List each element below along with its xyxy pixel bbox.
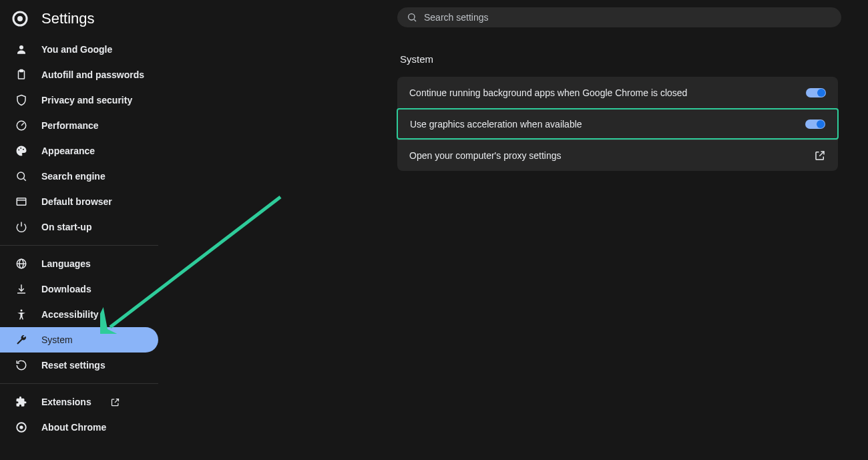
globe-icon [15,257,28,270]
sidebar-divider [0,245,158,246]
sidebar-item-about[interactable]: About Chrome [0,415,158,440]
chrome-logo-icon [12,11,28,27]
speedometer-icon [15,119,28,132]
svg-point-9 [20,148,21,149]
main-content: System Continue running background apps … [397,53,838,171]
sidebar-item-extensions[interactable]: Extensions [0,389,158,415]
sidebar-item-label: Privacy and security [41,95,132,105]
sidebar-item-label: System [41,334,73,345]
search-settings-field[interactable] [397,7,841,27]
sidebar-item-you-google[interactable]: You and Google [0,37,158,62]
sidebar-item-search-engine[interactable]: Search engine [0,164,158,189]
svg-point-11 [17,172,25,180]
sidebar-item-downloads[interactable]: Downloads [0,276,158,302]
row-label: Continue running background apps when Go… [409,87,687,98]
sidebar-item-appearance[interactable]: Appearance [0,138,158,164]
clipboard-icon [15,68,28,81]
search-input[interactable] [424,12,832,23]
wrench-icon [15,333,28,347]
person-icon [15,43,28,56]
svg-point-10 [23,149,24,150]
power-icon [15,220,28,234]
palette-icon [15,144,28,158]
toggle-bg-apps[interactable] [806,88,826,97]
sidebar-item-label: You and Google [41,44,112,55]
row-label: Open your computer's proxy settings [409,150,562,161]
sidebar-item-performance[interactable]: Performance [0,113,158,138]
puzzle-icon [15,395,28,409]
svg-point-4 [19,45,23,49]
svg-point-1 [17,16,23,21]
search-icon [15,170,28,183]
svg-point-8 [18,150,19,151]
svg-rect-6 [20,70,23,72]
sidebar-item-autofill[interactable]: Autofill and passwords [0,62,158,87]
sidebar-item-privacy[interactable]: Privacy and security [0,87,158,113]
row-proxy[interactable]: Open your computer's proxy settings [397,140,838,171]
open-external-icon [110,397,120,407]
sidebar-item-label: Downloads [41,284,91,294]
row-gpu-accel[interactable]: Use graphics acceleration when available [397,108,839,140]
sidebar-item-label: About Chrome [41,422,106,433]
sidebar-item-label: Extensions [41,397,91,407]
page-title: Settings [41,10,95,27]
svg-line-12 [23,178,25,180]
sidebar-item-label: Appearance [41,146,95,156]
window-icon [15,195,28,208]
settings-card: Continue running background apps when Go… [397,77,838,171]
sidebar-item-label: Reset settings [41,360,105,371]
sidebar-item-label: Default browser [41,196,112,207]
accessibility-icon [15,308,28,321]
sidebar-item-reset[interactable]: Reset settings [0,353,158,378]
sidebar-item-label: Autofill and passwords [41,69,144,80]
sidebar-item-label: Performance [41,120,99,131]
sidebar-item-default-browser[interactable]: Default browser [0,189,158,214]
shield-icon [15,93,28,107]
svg-rect-13 [17,198,26,206]
svg-point-2 [409,14,415,20]
sidebar-item-accessibility[interactable]: Accessibility [0,302,158,327]
sidebar-item-label: Accessibility [41,309,99,320]
row-bg-apps[interactable]: Continue running background apps when Go… [397,77,838,108]
sidebar-item-label: Languages [41,258,91,269]
restore-icon [15,359,28,372]
row-label: Use graphics acceleration when available [410,119,582,130]
sidebar-item-label: On start-up [41,222,91,232]
sidebar: You and Google Autofill and passwords Pr… [0,37,158,440]
sidebar-item-label: Search engine [41,171,105,182]
sidebar-item-languages[interactable]: Languages [0,251,158,276]
sidebar-item-system[interactable]: System [0,327,158,353]
open-external-icon [814,150,826,162]
section-title: System [397,53,838,65]
sidebar-divider [0,383,158,384]
svg-point-20 [19,425,23,429]
svg-line-3 [414,19,416,21]
sidebar-item-startup[interactable]: On start-up [0,214,158,240]
toggle-gpu-accel[interactable] [805,120,825,129]
svg-point-18 [21,310,23,312]
search-icon [407,12,417,23]
download-icon [15,282,28,296]
chrome-logo-icon [15,421,28,434]
